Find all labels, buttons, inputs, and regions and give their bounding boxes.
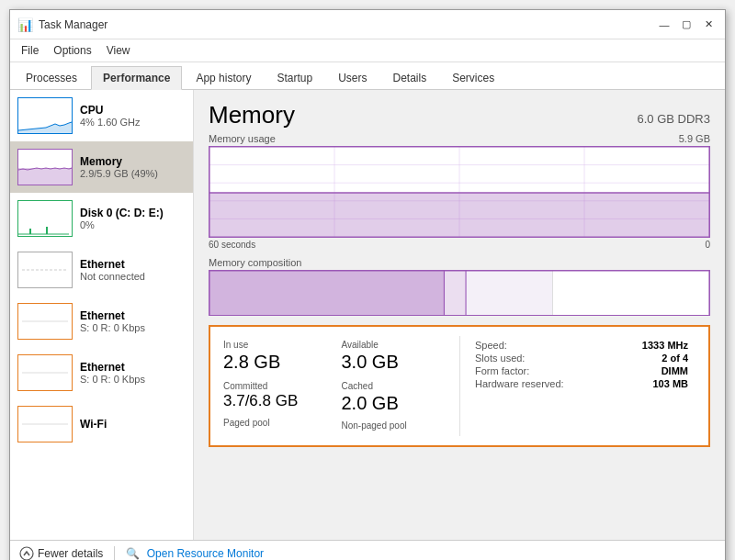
tab-services[interactable]: Services: [440, 66, 506, 89]
speed-value: 1333 MHz: [642, 340, 688, 351]
sidebar-item-ethernet-2[interactable]: Ethernet S: 0 R: 0 Kbps: [10, 347, 193, 398]
tab-app-history[interactable]: App history: [184, 66, 263, 89]
tab-performance[interactable]: Performance: [91, 66, 182, 90]
cached-value: 2.0 GB: [342, 393, 453, 413]
sidebar-disk-name: Disk 0 (C: D: E:): [80, 207, 164, 219]
memory-usage-graph: [209, 146, 710, 238]
menu-file[interactable]: File: [14, 41, 46, 60]
sidebar-eth2-name: Ethernet: [80, 361, 145, 374]
hw-label: Hardware reserved:: [475, 378, 564, 389]
svg-rect-31: [466, 271, 553, 316]
sidebar-item-ethernet-1[interactable]: Ethernet S: 0 R: 0 Kbps: [10, 296, 193, 347]
sidebar-memory-value: 2.9/5.9 GB (49%): [80, 168, 158, 179]
sidebar-memory-name: Memory: [80, 155, 158, 168]
minimize-button[interactable]: —: [655, 16, 673, 34]
sidebar-cpu-value: 4% 1.60 GHz: [80, 117, 140, 128]
sidebar-eth1-name: Ethernet: [80, 309, 145, 322]
slots-value: 2 of 4: [662, 353, 688, 364]
svg-rect-5: [29, 229, 31, 234]
svg-rect-23: [209, 193, 709, 237]
hw-value: 103 MB: [652, 378, 688, 389]
in-use-label: In use: [223, 340, 334, 350]
cached-label: Cached: [342, 381, 453, 391]
close-button[interactable]: ✕: [699, 16, 718, 34]
nonpaged-label: Non-paged pool: [342, 420, 453, 431]
sidebar-item-ethernet-nc[interactable]: Ethernet Not connected: [10, 244, 193, 296]
svg-rect-33: [553, 271, 709, 316]
chevron-up-icon: [19, 546, 34, 560]
sidebar-eth-nc-name: Ethernet: [80, 258, 145, 271]
time-label-right: 0: [705, 240, 710, 250]
memory-composition-bar: [209, 270, 710, 316]
composition-label: Memory composition: [209, 257, 710, 268]
sidebar-item-disk[interactable]: Disk 0 (C: D: E:) 0%: [10, 193, 193, 244]
available-value: 3.0 GB: [342, 352, 453, 372]
fewer-details-button[interactable]: Fewer details: [19, 546, 103, 560]
tab-details[interactable]: Details: [380, 66, 438, 89]
maximize-button[interactable]: ▢: [677, 16, 695, 34]
svg-rect-2: [18, 168, 72, 185]
time-label-left: 60 seconds: [209, 240, 255, 250]
usage-label: Memory usage: [209, 133, 276, 144]
tab-users[interactable]: Users: [326, 66, 379, 89]
monitor-label: Open Resource Monitor: [147, 547, 264, 560]
slots-label: Slots used:: [475, 353, 525, 364]
sidebar-cpu-name: CPU: [80, 104, 140, 117]
sidebar-item-cpu[interactable]: CPU 4% 1.60 GHz: [10, 90, 193, 141]
form-label: Form factor:: [475, 365, 529, 376]
menu-options[interactable]: Options: [46, 41, 98, 60]
form-value: DIMM: [662, 365, 688, 376]
menu-view[interactable]: View: [99, 41, 138, 60]
speed-label: Speed:: [475, 340, 507, 351]
svg-point-35: [20, 547, 33, 560]
paged-label: Paged pool: [223, 418, 334, 428]
monitor-icon: 🔍: [126, 547, 140, 560]
fewer-details-label: Fewer details: [38, 547, 103, 560]
sidebar-eth1-value: S: 0 R: 0 Kbps: [80, 322, 145, 333]
open-resource-monitor-link[interactable]: 🔍 Open Resource Monitor: [126, 547, 264, 560]
available-label: Available: [342, 340, 453, 350]
window-title: Task Manager: [39, 18, 107, 31]
tab-processes[interactable]: Processes: [14, 66, 89, 89]
sidebar-eth2-value: S: 0 R: 0 Kbps: [80, 374, 145, 385]
committed-value: 3.7/6.8 GB: [223, 393, 334, 410]
sidebar-item-wifi[interactable]: Wi-Fi: [10, 398, 193, 450]
svg-rect-27: [209, 271, 444, 316]
sidebar-wifi-name: Wi-Fi: [80, 418, 107, 431]
stats-box: In use 2.8 GB Committed 3.7/6.8 GB Paged…: [209, 325, 710, 447]
sidebar-item-memory[interactable]: Memory 2.9/5.9 GB (49%): [10, 141, 193, 193]
committed-label: Committed: [223, 381, 334, 391]
svg-rect-3: [18, 201, 72, 236]
window-icon: 📊: [17, 17, 33, 32]
svg-rect-6: [46, 227, 48, 234]
main-subtitle: 6.0 GB DDR3: [638, 112, 710, 126]
sidebar-eth-nc-value: Not connected: [80, 271, 145, 282]
main-title: Memory: [209, 101, 295, 129]
in-use-value: 2.8 GB: [223, 352, 334, 372]
svg-rect-29: [444, 271, 466, 316]
usage-max: 5.9 GB: [679, 133, 710, 144]
tab-startup[interactable]: Startup: [265, 66, 324, 89]
sidebar-disk-value: 0%: [80, 219, 164, 230]
